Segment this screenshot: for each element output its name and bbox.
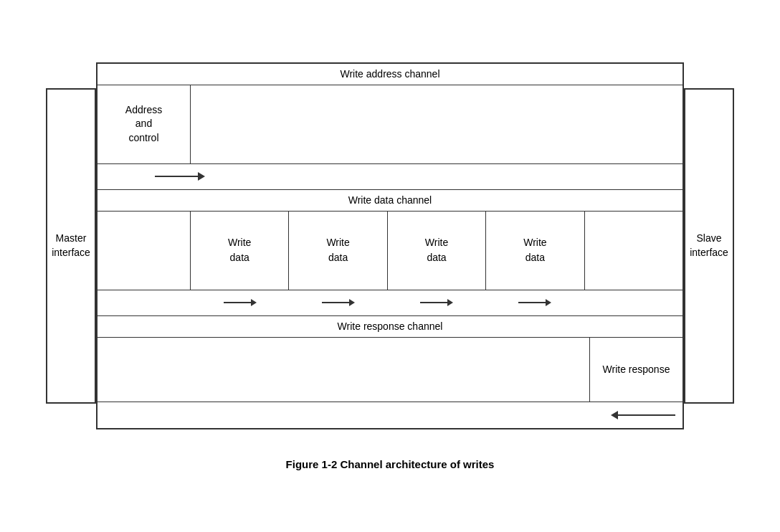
wrc-arrow-row xyxy=(98,402,682,428)
master-interface-label: Master interface xyxy=(52,232,90,260)
write-data-channel-label: Write data channel xyxy=(348,194,432,206)
arrow-head xyxy=(546,299,551,306)
write-data-channel-content-row: Writedata Writedata Writedata Writedata xyxy=(98,212,682,290)
wdc-data-label-2: Writedata xyxy=(326,235,349,265)
write-address-channel-label: Write address channel xyxy=(340,68,439,80)
arrow-head xyxy=(251,299,257,306)
wdc-data-cells: Writedata Writedata Writedata Writedata xyxy=(191,212,682,290)
address-control-cell: Addressandcontrol xyxy=(98,85,191,163)
wrc-left-spacer xyxy=(98,338,589,402)
wdc-data-cell-1: Writedata xyxy=(191,212,289,290)
write-address-channel-content-row: Addressandcontrol xyxy=(98,85,682,164)
wdc-arrow-3 xyxy=(420,299,453,306)
arrow-head xyxy=(198,172,205,181)
wdc-arrow-cell-4 xyxy=(486,299,584,306)
wdc-arrow-4 xyxy=(518,299,551,306)
wdc-data-cell-2: Writedata xyxy=(289,212,387,290)
wdc-left-spacer xyxy=(98,212,191,290)
figure-caption: Figure 1-2 Channel architecture of write… xyxy=(286,458,495,470)
main-diagram: Write address channel Addressandcontrol xyxy=(96,62,684,429)
address-right-cell xyxy=(191,85,682,163)
wdc-arrow-1 xyxy=(224,299,257,306)
wdc-data-cell-3: Writedata xyxy=(388,212,486,290)
arrow-line xyxy=(518,302,546,303)
write-response-channel-content-row: Write response xyxy=(98,338,682,402)
write-data-channel-label-row: Write data channel xyxy=(98,190,682,212)
slave-interface-label: Slave interface xyxy=(690,232,728,260)
page-container: Master interface Write address channel A… xyxy=(0,0,780,532)
wdc-arrow-cell-1 xyxy=(191,299,289,306)
wrc-arrow xyxy=(611,411,675,419)
wdc-arrow-cell-3 xyxy=(387,299,485,306)
wdc-arrow-2 xyxy=(322,299,355,306)
arrow-head xyxy=(349,299,355,306)
write-address-channel-label-row: Write address channel xyxy=(98,64,682,85)
write-response-label: Write response xyxy=(603,362,670,377)
arrow-line xyxy=(155,176,198,177)
address-control-label: Addressandcontrol xyxy=(125,103,162,146)
wac-arrow xyxy=(155,172,205,181)
write-response-channel-label: Write response channel xyxy=(338,320,443,332)
wrc-right-cell: Write response xyxy=(589,338,682,402)
wdc-arrow-cell-2 xyxy=(289,299,387,306)
arrow-head xyxy=(611,411,618,419)
master-interface-box: Master interface xyxy=(46,88,96,404)
wdc-data-label-3: Writedata xyxy=(425,235,448,265)
wdc-data-label-4: Writedata xyxy=(523,235,546,265)
arrow-line xyxy=(618,414,675,416)
wdc-arrow-row xyxy=(98,290,682,316)
diagram-wrapper: Master interface Write address channel A… xyxy=(46,62,734,429)
slave-interface-box: Slave interface xyxy=(684,88,734,404)
wdc-arrows-inner xyxy=(191,299,682,306)
arrow-line xyxy=(322,302,349,303)
arrow-head xyxy=(447,299,453,306)
wdc-data-cell-4: Writedata xyxy=(486,212,584,290)
arrow-line xyxy=(420,302,447,303)
write-response-channel-label-row: Write response channel xyxy=(98,316,682,338)
wac-arrow-row xyxy=(98,164,682,190)
wdc-data-cell-empty xyxy=(585,212,682,290)
arrow-line xyxy=(224,302,251,303)
wdc-data-label-1: Writedata xyxy=(228,235,251,265)
wdc-arrow-cell-5 xyxy=(584,299,682,306)
